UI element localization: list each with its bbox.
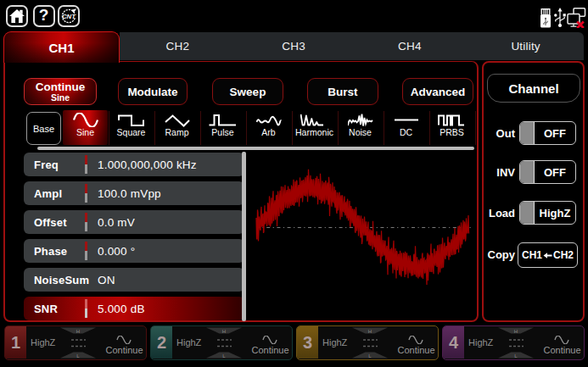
svg-text:CNT: CNT: [62, 13, 76, 20]
svg-text:H: H: [514, 329, 518, 334]
svg-text:H: H: [368, 329, 372, 334]
svg-text:H: H: [222, 329, 226, 334]
svg-text:H: H: [76, 329, 80, 334]
